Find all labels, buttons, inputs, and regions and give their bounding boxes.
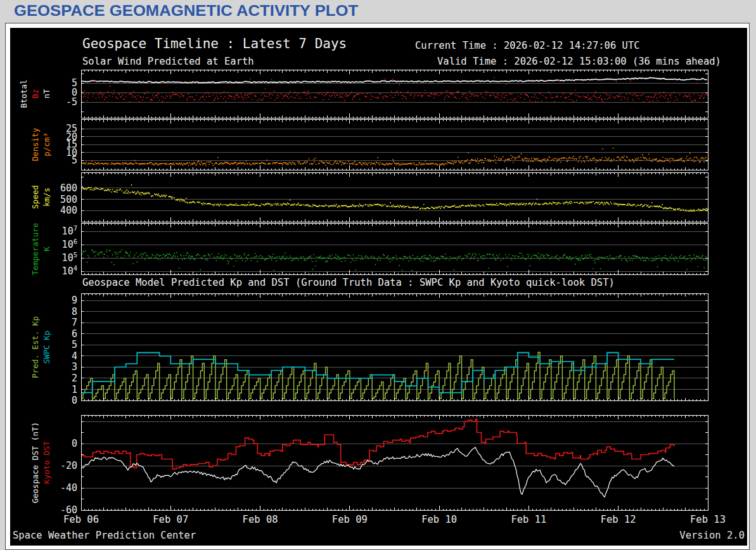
y-tick-label: 107 <box>62 224 77 237</box>
y-axis-label-density-1: Density <box>30 128 40 162</box>
axis-ticks <box>81 223 708 274</box>
gridlines <box>81 231 708 271</box>
footer-source: Space Weather Prediction Center <box>13 530 196 541</box>
y-axis-label-speed-2: km/s <box>42 188 51 207</box>
x-axis-label: Feb 06 <box>54 514 108 525</box>
y-tick-label: 0 <box>72 438 77 449</box>
gridlines <box>81 129 708 160</box>
y-tick-label: 105 <box>62 251 77 264</box>
x-axis-label: Feb 12 <box>592 514 645 525</box>
y-axis-label-speed-1: Speed <box>30 185 40 209</box>
y-tick-label: 3 <box>72 361 77 373</box>
x-axis-label: Feb 09 <box>323 514 376 525</box>
series-Density <box>82 148 708 165</box>
y-tick-label: 9 <box>72 295 77 306</box>
geospace-plot-image: 50-5252015105600500400107106105104987654… <box>10 28 747 546</box>
plot-title: Geospace Timeline : Latest 7 Days <box>82 36 347 51</box>
y-tick-label: 400 <box>60 205 77 216</box>
current-time-label: Current Time : 2026-02-12 14:27:06 UTC <box>415 40 640 51</box>
series-Btotal <box>81 77 707 82</box>
y-axis-label-kp-1: Pred. Est. Kp <box>30 316 40 378</box>
y-tick-label: 500 <box>60 194 77 205</box>
series-Kyoto DST <box>81 419 675 470</box>
y-tick-label: 7 <box>72 317 77 328</box>
y-tick-label: -20 <box>60 460 77 471</box>
series-Speed <box>81 185 708 212</box>
y-tick-label: 0 <box>72 395 77 406</box>
series-SWPC Kp <box>81 353 674 393</box>
axis-frame <box>81 70 708 118</box>
x-axis-label: Feb 08 <box>234 514 287 525</box>
y-axis-label-density-2: p/cm³ <box>42 132 51 157</box>
y-axis-label-kp-2: SWPC Kp <box>42 330 51 364</box>
axis-frame <box>81 223 708 274</box>
series-Pred. Est. Kp <box>81 352 674 399</box>
panel-density: 252015105 <box>66 119 708 170</box>
y-tick-label: 600 <box>60 182 77 194</box>
solar-wind-section-title: Solar Wind Predicted at Earth <box>82 56 254 67</box>
panel-imf: 50-5 <box>66 70 708 118</box>
panel-temp: 107106105104 <box>62 223 709 277</box>
y-tick-label: 4 <box>72 350 77 362</box>
panel-dst: 0-20-40-60 <box>60 415 708 516</box>
plot-window: 50-5252015105600500400107106105104987654… <box>5 23 750 550</box>
y-tick-label: 106 <box>62 238 77 250</box>
y-tick-label: -40 <box>60 482 77 494</box>
axis-frame <box>81 415 708 510</box>
gridlines <box>81 188 708 211</box>
kp-dst-section-title: Geospace Model Predicted Kp and DST (Gro… <box>82 277 615 288</box>
gridlines <box>81 83 708 102</box>
valid-time-label: Valid Time : 2026-02-12 15:03:00 (36 min… <box>437 56 721 67</box>
y-tick-label: 8 <box>72 306 77 317</box>
y-axis-label-dst-1: Geospace DST (nT) <box>30 422 40 503</box>
y-tick-label: 1 <box>72 384 77 395</box>
page-title: GEOSPACE GEOMAGNETIC ACTIVITY PLOT <box>14 2 358 20</box>
axis-frame <box>81 172 708 222</box>
y-tick-label: 104 <box>62 264 77 277</box>
axis-ticks <box>81 415 708 510</box>
y-axis-label-dst-2: Kyoto DST <box>42 441 51 484</box>
footer-version: Version 2.0 <box>679 530 745 541</box>
y-axis-label-temp-1: Temperature <box>30 222 40 275</box>
axis-ticks <box>81 172 708 222</box>
x-axis-label: Feb 10 <box>413 514 466 525</box>
x-axis-label: Feb 11 <box>502 514 555 525</box>
panel-kp: 9876543210 <box>72 293 708 406</box>
y-tick-label: 6 <box>72 328 77 340</box>
series-Temperature <box>81 250 708 271</box>
series-Geospace DST <box>81 447 674 497</box>
y-tick-label: 5 <box>72 339 77 350</box>
x-axis-label: Feb 13 <box>681 514 734 525</box>
panel-speed: 600500400 <box>60 172 708 222</box>
y-axis-label-imf-0: Btotal <box>19 79 29 108</box>
y-tick-label: 5 <box>72 155 77 166</box>
y-axis-label-temp-2: K <box>42 246 51 252</box>
x-axis-label: Feb 07 <box>144 514 197 525</box>
y-axis-label-imf-1: Bz <box>30 89 40 98</box>
axis-ticks <box>81 70 708 118</box>
screen: GEOSPACE GEOMAGNETIC ACTIVITY PLOT 50-52… <box>0 0 756 550</box>
y-tick-label: -5 <box>66 96 77 108</box>
y-tick-label: 2 <box>72 373 77 384</box>
y-axis-label-imf-2: nT <box>42 89 51 98</box>
